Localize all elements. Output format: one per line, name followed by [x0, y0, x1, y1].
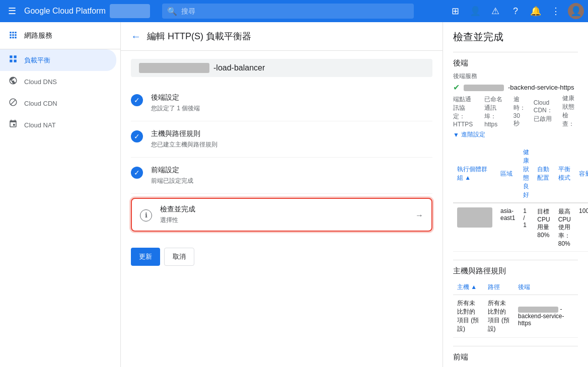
- col-health: 健康狀態良好: [519, 145, 533, 203]
- step-list: ✓ 後端設定 您設定了 1 個後端 ✓ 主機與路徑規則 您已建立主機與路徑規則 …: [121, 85, 443, 194]
- sidebar-label-cloudnat: Cloud NAT: [24, 121, 56, 129]
- advanced-link[interactable]: ▼ 進階設定: [453, 130, 578, 139]
- svg-rect-0: [10, 55, 12, 58]
- topbar: ☰ Google Cloud Platform 🔍 ⊞ 👤 ⚠ ? 🔔 ⋮ 👤: [0, 0, 588, 22]
- table-row: asia-east1 1 / 1 目標 CPU用量 80% 最高 CPU使用率：…: [453, 203, 588, 252]
- step-check-frontend: ✓: [131, 167, 143, 179]
- clouddns-icon: [8, 76, 18, 88]
- panel-title: 編輯 HTTP(S) 負載平衡器: [147, 30, 251, 42]
- loadbalancing-icon: [8, 54, 18, 66]
- step-subtitle-routing: 您已建立主機與路徑規則: [151, 140, 432, 149]
- col-path: 路徑: [484, 280, 514, 295]
- step-backend[interactable]: ✓ 後端設定 您設定了 1 個後端: [131, 85, 432, 121]
- backend-service-suffix: -backend-service-https: [508, 84, 574, 91]
- sidebar-label-clouddns: Cloud DNS: [24, 78, 57, 86]
- highlighted-step-arrow: →: [415, 211, 423, 220]
- sidebar-label-cloudcdn: Cloud CDN: [24, 100, 57, 107]
- sidebar-header: 網路服務: [0, 22, 120, 49]
- col-backend: 後端: [514, 280, 578, 295]
- sidebar-item-cloudcdn[interactable]: Cloud CDN: [0, 93, 116, 114]
- routing-section-label: 主機與路徑規則: [453, 266, 578, 276]
- backend-green-check: ✔: [453, 83, 460, 92]
- lb-name-suffix: -load-balancer: [213, 63, 265, 72]
- highlighted-step-subtitle: 選擇性: [160, 216, 407, 225]
- cell-region: asia-east1: [496, 203, 519, 252]
- cloudcdn-icon: [8, 98, 18, 109]
- divider-top: [453, 52, 578, 52]
- sidebar-header-icon: [8, 29, 18, 42]
- project-selector[interactable]: [110, 4, 150, 18]
- svg-rect-3: [14, 60, 17, 62]
- highlighted-step-title: 檢查並完成: [160, 205, 407, 214]
- search-bar[interactable]: 🔍: [162, 4, 414, 19]
- routing-row: 所有未比對的項目 (預設) 所有未比對的項目 (預設) -backend-ser…: [453, 295, 578, 338]
- step-frontend[interactable]: ✓ 前端設定 前端已設定完成: [131, 158, 432, 194]
- search-input[interactable]: [181, 7, 409, 15]
- routing-path: 所有未比對的項目 (預設): [484, 295, 514, 338]
- backend-ip-blurred: [464, 84, 504, 91]
- step-check-routing: ✓: [131, 130, 143, 142]
- action-buttons: 更新 取消: [121, 240, 443, 274]
- backend-section-label: 後端: [453, 58, 578, 68]
- warning-icon[interactable]: ⚠: [487, 3, 503, 19]
- apps-icon[interactable]: ⊞: [447, 3, 463, 19]
- cell-health: 1 / 1: [519, 203, 533, 252]
- step-info-icon: ℹ: [140, 209, 152, 222]
- update-button[interactable]: 更新: [131, 248, 160, 266]
- step-title-routing: 主機與路徑規則: [151, 129, 432, 138]
- routing-host: 所有未比對的項目 (預設): [453, 295, 484, 338]
- step-review-highlighted[interactable]: ℹ 檢查並完成 選擇性 →: [131, 198, 432, 232]
- backend-service-row: ✔ -backend-service-https: [453, 83, 578, 92]
- content-area: ← 編輯 HTTP(S) 負載平衡器 -load-balancer ✓ 後端設定…: [121, 22, 588, 367]
- col-autoconfig: 自動配置: [533, 145, 554, 203]
- routing-table: 主機 ▲ 路徑 後端 所有未比對的項目 (預設) 所有未比對的項目 (預設) -…: [453, 280, 578, 338]
- col-region: 區域: [496, 145, 519, 203]
- avatar[interactable]: 👤: [568, 3, 584, 19]
- search-icon: 🔍: [167, 7, 177, 16]
- sidebar-item-clouddns[interactable]: Cloud DNS: [0, 71, 116, 93]
- lb-name-blurred: [139, 63, 209, 73]
- cancel-button[interactable]: 取消: [164, 248, 194, 266]
- step-subtitle-backend: 您設定了 1 個後端: [151, 104, 432, 113]
- step-title-frontend: 前端設定: [151, 166, 432, 175]
- app-title: Google Cloud Platform: [24, 4, 150, 18]
- step-routing[interactable]: ✓ 主機與路徑規則 您已建立主機與路徑規則: [131, 121, 432, 158]
- right-panel-title: 檢查並完成: [453, 30, 578, 44]
- svg-rect-2: [10, 60, 12, 62]
- topbar-actions: ⊞ 👤 ⚠ ? 🔔 ⋮ 👤: [447, 3, 584, 19]
- bell-icon[interactable]: 🔔: [528, 3, 544, 19]
- menu-icon[interactable]: ☰: [4, 3, 20, 19]
- help-icon[interactable]: ?: [507, 3, 524, 19]
- sidebar-item-cloudnat[interactable]: Cloud NAT: [0, 114, 116, 136]
- left-panel: ← 編輯 HTTP(S) 負載平衡器 -load-balancer ✓ 後端設定…: [121, 22, 443, 367]
- col-instance-group[interactable]: 執行個體群組 ▲: [453, 145, 496, 203]
- cell-auto-config: 目標 CPU用量 80%: [533, 203, 554, 252]
- divider-routing: [453, 260, 578, 260]
- cell-capacity: 100%: [575, 203, 588, 252]
- backend-service-label: 後端服務: [453, 72, 578, 81]
- backend-meta: 端點通訊協定：HTTPS 已命名通訊埠：https 逾時：30 秒 Cloud …: [453, 94, 578, 128]
- backend-table: 執行個體群組 ▲ 區域 健康狀態良好 自動配置 平衡模式 容量 asia-eas…: [453, 145, 588, 252]
- step-title-backend: 後端設定: [151, 93, 432, 102]
- more-icon[interactable]: ⋮: [548, 3, 564, 19]
- col-balance-mode: 平衡模式: [554, 145, 575, 203]
- cloudnat-icon: [8, 119, 18, 131]
- svg-rect-1: [14, 55, 17, 58]
- sidebar-header-title: 網路服務: [24, 31, 52, 40]
- contact-icon[interactable]: 👤: [467, 3, 483, 19]
- back-button[interactable]: ←: [131, 31, 141, 42]
- col-host[interactable]: 主機 ▲: [453, 280, 484, 295]
- step-check-backend: ✓: [131, 94, 143, 106]
- sidebar-item-loadbalancing[interactable]: 負載平衡: [0, 49, 116, 71]
- col-capacity: 容量: [575, 145, 588, 203]
- main-layout: 網路服務 負載平衡 Cloud DNS Cloud CDN Cloud NAT: [0, 22, 588, 367]
- sidebar: 網路服務 負載平衡 Cloud DNS Cloud CDN Cloud NAT: [0, 22, 121, 367]
- right-panel: 檢查並完成 後端 後端服務 ✔ -backend-service-https 端…: [443, 22, 588, 367]
- routing-backend: -backend-service-https: [514, 295, 578, 338]
- left-panel-header: ← 編輯 HTTP(S) 負載平衡器: [121, 22, 443, 51]
- frontend-section-label: 前端: [453, 352, 578, 362]
- step-subtitle-frontend: 前端已設定完成: [151, 177, 432, 185]
- sidebar-label-loadbalancing: 負載平衡: [24, 56, 50, 65]
- divider-frontend: [453, 346, 578, 346]
- cell-balance-mode: 最高 CPU使用率：80%: [554, 203, 575, 252]
